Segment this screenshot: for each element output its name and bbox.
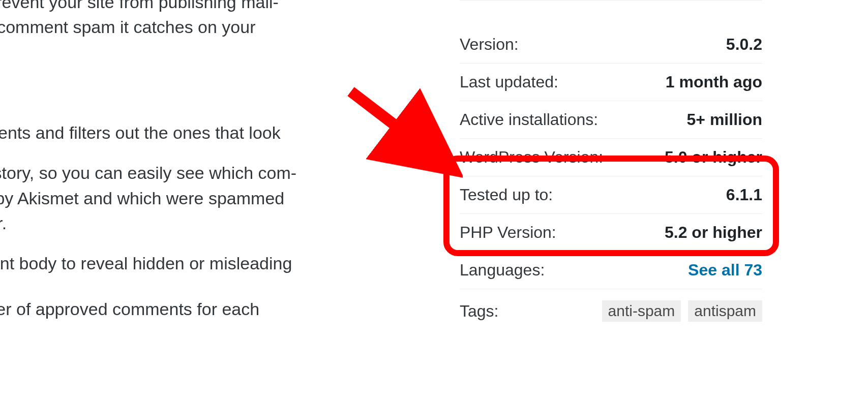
meta-label-tags: Tags: bbox=[460, 302, 498, 321]
meta-label-php-version: PHP Version: bbox=[460, 223, 556, 242]
meta-row-version: Version: 5.0.2 bbox=[460, 26, 762, 64]
meta-value-tested: 6.1.1 bbox=[726, 186, 762, 204]
meta-label-languages: Languages: bbox=[460, 261, 545, 280]
meta-row-wp-version: WordPress Version: 5.0 or higher bbox=[460, 139, 762, 176]
meta-value-php-version: 5.2 or higher bbox=[665, 223, 762, 242]
meta-label-tested: Tested up to: bbox=[460, 186, 553, 204]
meta-row-last-updated: Last updated: 1 month ago bbox=[460, 64, 762, 101]
plugin-meta-sidebar: Version: 5.0.2 Last updated: 1 month ago… bbox=[460, 0, 762, 322]
page-stage: pam to prevent your site from publishing… bbox=[0, 0, 868, 401]
desc-paragraph-1: pam to prevent your site from publishing… bbox=[0, 0, 417, 65]
meta-row-active-installs: Active installations: 5+ million bbox=[460, 101, 762, 139]
meta-row-tested: Tested up to: 6.1.1 bbox=[460, 176, 762, 214]
tag-list: anti-spam antispam bbox=[602, 300, 762, 322]
meta-row-php-version: PHP Version: 5.2 or higher bbox=[460, 214, 762, 252]
desc-bullet-1: all comments and filters out the ones th… bbox=[0, 120, 417, 145]
meta-value-last-updated: 1 month ago bbox=[666, 73, 762, 91]
meta-value-active-installs: 5+ million bbox=[687, 110, 762, 129]
meta-label-wp-version: WordPress Version: bbox=[460, 148, 603, 167]
desc-include: t include: bbox=[0, 80, 417, 105]
meta-value-version: 5.0.2 bbox=[726, 35, 762, 54]
desc-bullet-4: ne number of approved comments for each bbox=[0, 297, 417, 322]
meta-label-version: Version: bbox=[460, 35, 519, 54]
plugin-description: pam to prevent your site from publishing… bbox=[0, 0, 417, 337]
desc-bullet-2: status history, so you can easily see wh… bbox=[0, 161, 417, 236]
meta-value-wp-version: 5.0 or higher bbox=[665, 148, 762, 167]
desc-bullet-3: e comment body to reveal hidden or misle… bbox=[0, 251, 417, 276]
meta-row-tags: Tags: anti-spam antispam bbox=[460, 289, 762, 322]
meta-label-last-updated: Last updated: bbox=[460, 73, 558, 91]
meta-row-languages: Languages: See all 73 bbox=[460, 252, 762, 289]
languages-see-all-link[interactable]: See all 73 bbox=[688, 261, 762, 280]
tag-antispam[interactable]: antispam bbox=[688, 300, 762, 322]
meta-label-active-installs: Active installations: bbox=[460, 110, 598, 129]
tag-anti-spam[interactable]: anti-spam bbox=[602, 300, 681, 322]
